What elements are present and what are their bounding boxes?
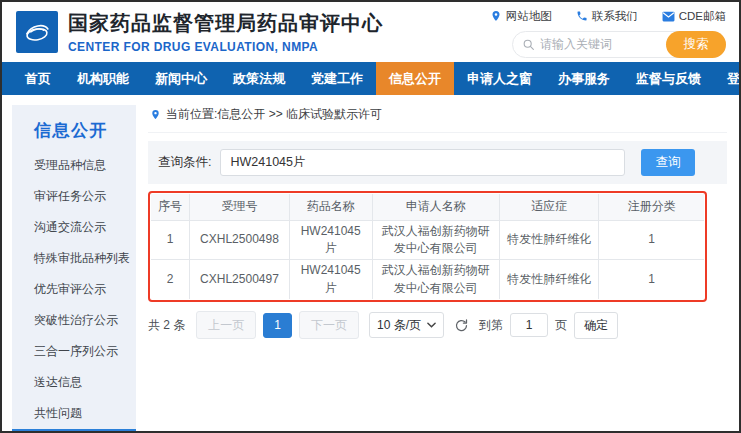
col-header-index: 序号 bbox=[151, 194, 190, 220]
top-link-label: 联系我们 bbox=[592, 9, 638, 24]
nav-item-functions[interactable]: 机构职能 bbox=[64, 62, 142, 95]
cell-index: 2 bbox=[151, 260, 190, 299]
page-size-select[interactable]: 10 条/页 bbox=[369, 312, 444, 338]
site-titles: 国家药品监督管理局药品审评中心 CENTER FOR DRUG EVALUATI… bbox=[68, 10, 383, 54]
mail-icon bbox=[662, 11, 675, 22]
cell-index: 1 bbox=[151, 220, 190, 260]
cell-drug-name: HW241045片 bbox=[289, 220, 372, 260]
col-header-indication: 适应症 bbox=[499, 194, 599, 220]
search-button[interactable]: 搜索 bbox=[666, 31, 726, 58]
breadcrumb: 当前位置:信息公开 >> 临床试验默示许可 bbox=[148, 105, 727, 133]
sidebar-item-review-tasks[interactable]: 审评任务公示 bbox=[12, 181, 136, 212]
cell-applicant: 武汉人福创新药物研发中心有限公司 bbox=[372, 260, 499, 299]
page: 国家药品监督管理局药品审评中心 CENTER FOR DRUG EVALUATI… bbox=[2, 2, 739, 431]
cde-logo[interactable] bbox=[16, 11, 58, 53]
sitemap-link[interactable]: 网站地图 bbox=[490, 9, 552, 24]
sidebar-item-priority-review[interactable]: 优先审评公示 bbox=[12, 274, 136, 305]
table-header-row: 序号 受理号 药品名称 申请人名称 适应症 注册分类 bbox=[151, 194, 704, 220]
query-button[interactable]: 查询 bbox=[641, 149, 695, 176]
sidebar-item-accepted-varieties[interactable]: 受理品种信息 bbox=[12, 150, 136, 181]
results-table: 序号 受理号 药品名称 申请人名称 适应症 注册分类 1 CXHL2500498 bbox=[151, 194, 704, 299]
header-right: 网站地图 联系我们 CDE邮箱 bbox=[490, 7, 726, 58]
site-subtitle: CENTER FOR DRUG EVALUATION, NMPA bbox=[68, 40, 383, 54]
swan-swirl-icon bbox=[20, 15, 54, 49]
phone-icon bbox=[576, 10, 588, 22]
total-count-label: 共 2 条 bbox=[148, 317, 185, 334]
nav-item-policy[interactable]: 政策法规 bbox=[220, 62, 298, 95]
nav-item-home[interactable]: 首页 bbox=[12, 62, 64, 95]
main-nav: 首页 机构职能 新闻中心 政策法规 党建工作 信息公开 申请人之窗 办事服务 监… bbox=[2, 62, 739, 95]
goto-page-label: 到第 bbox=[479, 317, 503, 334]
nav-item-info-disclosure[interactable]: 信息公开 bbox=[376, 62, 454, 95]
sidebar-title: 信息公开 bbox=[12, 105, 136, 150]
sidebar-item-communication[interactable]: 沟通交流公示 bbox=[12, 212, 136, 243]
pagination-bar: 共 2 条 上一页 1 下一页 10 条/页 到第 页 bbox=[148, 311, 727, 339]
site-title: 国家药品监督管理局药品审评中心 bbox=[68, 10, 383, 37]
nav-item-party[interactable]: 党建工作 bbox=[298, 62, 376, 95]
col-header-applicant: 申请人名称 bbox=[372, 194, 499, 220]
confirm-button[interactable]: 确定 bbox=[574, 312, 618, 339]
sidebar-item-clinical-trial-implied-license[interactable]: 临床试验默示许可 bbox=[12, 429, 136, 431]
query-input[interactable] bbox=[220, 149, 625, 176]
cell-registration-class: 1 bbox=[599, 260, 704, 299]
cell-registration-class: 1 bbox=[599, 220, 704, 260]
nav-item-services[interactable]: 办事服务 bbox=[545, 62, 623, 95]
sidebar-item-delivery-info[interactable]: 送达信息 bbox=[12, 367, 136, 398]
cell-acceptance-no: CXHL2500498 bbox=[190, 220, 290, 260]
prev-page-button[interactable]: 上一页 bbox=[196, 311, 256, 339]
cell-applicant: 武汉人福创新药物研发中心有限公司 bbox=[372, 220, 499, 260]
top-link-label: CDE邮箱 bbox=[679, 9, 726, 24]
nav-item-news[interactable]: 新闻中心 bbox=[142, 62, 220, 95]
sidebar-item-three-in-one[interactable]: 三合一序列公示 bbox=[12, 336, 136, 367]
search-bar: 搜索 bbox=[512, 31, 726, 58]
nav-item-supervision[interactable]: 监督与反馈 bbox=[623, 62, 714, 95]
cell-indication: 特发性肺纤维化 bbox=[499, 260, 599, 299]
cell-indication: 特发性肺纤维化 bbox=[499, 220, 599, 260]
contact-link[interactable]: 联系我们 bbox=[576, 9, 638, 24]
top-links: 网站地图 联系我们 CDE邮箱 bbox=[490, 9, 726, 24]
col-header-drug-name: 药品名称 bbox=[289, 194, 372, 220]
query-bar: 查询条件: 查询 bbox=[148, 141, 727, 184]
goto-page-input[interactable] bbox=[510, 313, 548, 337]
cell-acceptance-no: CXHL2500497 bbox=[190, 260, 290, 299]
main-panel: 当前位置:信息公开 >> 临床试验默示许可 查询条件: 查询 序号 受理号 药品… bbox=[148, 105, 727, 431]
site-header: 国家药品监督管理局药品审评中心 CENTER FOR DRUG EVALUATI… bbox=[2, 2, 739, 62]
chevron-down-icon bbox=[427, 322, 436, 328]
breadcrumb-text: 当前位置:信息公开 >> 临床试验默示许可 bbox=[166, 106, 382, 123]
sidebar: 信息公开 受理品种信息 审评任务公示 沟通交流公示 特殊审批品种列表 优先审评公… bbox=[12, 105, 136, 431]
table-row: 2 CXHL2500497 HW241045片 武汉人福创新药物研发中心有限公司… bbox=[151, 260, 704, 299]
goto-page-unit: 页 bbox=[555, 317, 567, 334]
sidebar-item-breakthrough-therapy[interactable]: 突破性治疗公示 bbox=[12, 305, 136, 336]
location-pin-icon bbox=[490, 10, 502, 22]
cde-mail-link[interactable]: CDE邮箱 bbox=[662, 9, 726, 24]
search-icon bbox=[522, 38, 535, 51]
refresh-button[interactable] bbox=[451, 318, 472, 333]
content: 信息公开 受理品种信息 审评任务公示 沟通交流公示 特殊审批品种列表 优先审评公… bbox=[2, 95, 739, 431]
location-pin-icon bbox=[150, 108, 161, 121]
top-link-label: 网站地图 bbox=[506, 9, 552, 24]
sidebar-item-common-issues[interactable]: 共性问题 bbox=[12, 398, 136, 429]
page-size-value: 10 条/页 bbox=[377, 317, 421, 334]
nav-item-applicant-window[interactable]: 申请人之窗 bbox=[454, 62, 545, 95]
col-header-acceptance-no: 受理号 bbox=[190, 194, 290, 220]
results-table-highlight-box: 序号 受理号 药品名称 申请人名称 适应症 注册分类 1 CXHL2500498 bbox=[148, 191, 707, 302]
next-page-button[interactable]: 下一页 bbox=[299, 311, 359, 339]
cell-drug-name: HW241045片 bbox=[289, 260, 372, 299]
col-header-registration-class: 注册分类 bbox=[599, 194, 704, 220]
page-1-button[interactable]: 1 bbox=[263, 313, 292, 338]
refresh-icon bbox=[454, 318, 469, 333]
search-input[interactable] bbox=[540, 37, 662, 51]
nav-item-registration-platform[interactable]: 登记备案平台 bbox=[714, 62, 741, 95]
sidebar-item-special-approval[interactable]: 特殊审批品种列表 bbox=[12, 243, 136, 274]
table-row: 1 CXHL2500498 HW241045片 武汉人福创新药物研发中心有限公司… bbox=[151, 220, 704, 260]
query-label: 查询条件: bbox=[158, 154, 211, 171]
